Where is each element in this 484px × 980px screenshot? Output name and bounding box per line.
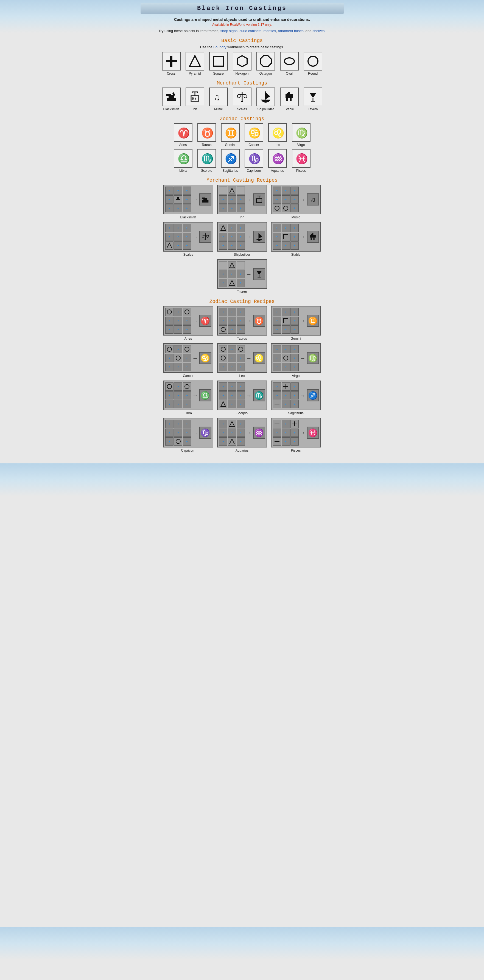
merchant-castings-title: Merchant Castings: [141, 80, 344, 86]
pyramid-icon: [185, 52, 204, 70]
svg-rect-54: [202, 197, 205, 199]
music-icon: ♫: [209, 88, 228, 106]
casting-tavern: Tavern: [302, 88, 324, 111]
blacksmith-icon: [162, 88, 181, 106]
recipe-pisces: 🔹 🔹 🔹 🔹 🔹 🔹 → ♓ Pisces: [271, 418, 321, 452]
basic-castings-title: Basic Castings: [141, 38, 344, 43]
aries-label: Aries: [179, 143, 187, 147]
svg-marker-35: [310, 93, 316, 98]
svg-rect-56: [256, 199, 262, 202]
svg-text:♋: ♋: [248, 127, 260, 139]
svg-point-81: [221, 327, 225, 332]
recipe-shipbuilder: 🔹 🔹 🔹 🔹 🔹 🔹 🔹 🔹 →: [217, 222, 267, 256]
recipe-music: 🔹 🔹 🔹 🔹 🔹 🔹 🔹 → ♫ Music: [271, 185, 321, 219]
recipe-sagittarius: 🔹 🔹 🔹 🔹 🔹 🔹 🔹 → ♐ Sagittarius: [271, 380, 321, 415]
casting-music: ♫ Music: [208, 88, 230, 111]
foundry-note: Use the Foundry workbench to create basi…: [141, 45, 344, 49]
casting-hexagon: Hexagon: [231, 52, 253, 75]
svg-rect-51: [177, 197, 179, 199]
mantles-link[interactable]: mantles: [264, 29, 276, 33]
try-note: Try using these objects in item frames, …: [141, 29, 344, 33]
casting-aquarius: ♒ Aquarius: [267, 149, 289, 173]
recipe-libra: 🔹 🔹 🔹 🔹 🔹 🔹 🔹 → ♎ Libra: [163, 380, 213, 415]
svg-text:♏: ♏: [201, 153, 213, 165]
tavern-icon: [303, 88, 322, 106]
svg-point-6: [284, 58, 294, 64]
svg-marker-55: [230, 188, 235, 193]
foundry-link[interactable]: Foundry: [213, 45, 227, 49]
casting-pyramid: Pyramid: [184, 52, 206, 75]
sagittarius-icon: ♐: [221, 149, 240, 168]
svg-marker-4: [237, 56, 247, 67]
octagon-label: Octagon: [259, 72, 272, 75]
recipe-sagittarius-label: Sagittarius: [288, 411, 303, 415]
page-title: Black Iron Castings: [141, 3, 344, 14]
blacksmith-label: Blacksmith: [163, 107, 179, 111]
page-container: Black Iron Castings Castings are shaped …: [135, 0, 349, 463]
libra-icon: ♎: [174, 149, 192, 168]
cross-label: Cross: [167, 72, 176, 75]
leo-icon: ♌: [268, 123, 287, 142]
basic-castings-row: Cross Pyramid Square Hexagon Octagon: [141, 52, 344, 75]
casting-virgo: ♍ Virgo: [290, 123, 312, 147]
merchant-castings-row: Blacksmith: [141, 88, 344, 111]
svg-point-84: [185, 347, 189, 352]
svg-text:♒: ♒: [272, 153, 284, 165]
svg-point-86: [221, 347, 225, 352]
round-icon: [303, 52, 322, 70]
aquarius-icon: ♒: [268, 149, 287, 168]
casting-scorpio: ♏ Scorpio: [196, 149, 218, 173]
casting-square: Square: [208, 52, 230, 75]
casting-taurus: ♉ Taurus: [196, 123, 218, 147]
svg-marker-65: [221, 226, 226, 231]
recipe-scorpio-label: Scorpio: [236, 411, 248, 415]
recipe-tavern: 🔹 🔹 🔹 🔹 🔹 →: [217, 259, 267, 294]
shop-signs-link[interactable]: shop signs: [220, 29, 238, 33]
casting-cross: Cross: [160, 52, 182, 75]
svg-point-91: [185, 384, 189, 389]
recipe-gemini-label: Gemini: [291, 337, 301, 340]
svg-text:♫: ♫: [214, 92, 220, 102]
recipe-scales: 🔹 🔹 🔹 🔹 🔹 🔹 🔹 🔹 →: [163, 222, 213, 256]
scales-label: Scales: [237, 107, 247, 111]
svg-rect-26: [241, 101, 243, 102]
casting-scales: Scales: [231, 88, 253, 111]
zodiac-recipes-title: Zodiac Casting Recipes: [141, 299, 344, 304]
casting-capricorn: ♑ Capricorn: [243, 149, 265, 173]
curio-cabinets-link[interactable]: curio cabinets: [240, 29, 261, 33]
svg-text:♍: ♍: [296, 127, 308, 139]
recipe-leo-label: Leo: [239, 374, 244, 378]
recipe-taurus: 🔹 🔹 🔹 🔹 🔹 🔹 🔹 🔹 → ♉ Taurus: [217, 306, 267, 340]
casting-octagon: Octagon: [255, 52, 277, 75]
svg-point-80: [185, 310, 189, 314]
intro-text: Castings are shaped metal objects used t…: [141, 17, 344, 22]
square-label: Square: [213, 72, 224, 75]
recipe-inn: 🔹 🔹 🔹 🔹 🔹 🔹 → Inn: [217, 185, 267, 219]
available-note: Available in RealWorld version 1.17 only…: [141, 23, 344, 27]
casting-gemini: ♊ Gemini: [219, 123, 241, 147]
cancer-label: Cancer: [248, 143, 259, 147]
svg-point-7: [308, 56, 318, 66]
ornament-bases-link[interactable]: ornament bases: [278, 29, 303, 33]
oval-label: Oval: [286, 72, 293, 75]
svg-point-90: [167, 384, 172, 389]
svg-point-97: [176, 439, 181, 444]
svg-text:♓: ♓: [296, 153, 308, 165]
svg-rect-68: [284, 235, 288, 239]
svg-marker-27: [265, 92, 270, 100]
recipe-leo: 🔹 🔹 🔹 🔹 🔹 🔹 → ♌ Leo: [217, 343, 267, 378]
casting-round: Round: [302, 52, 324, 75]
svg-point-83: [167, 347, 172, 352]
recipe-scorpio: 🔹 🔹 🔹 🔹 🔹 🔹 🔹 🔹 → ♏ Scorpio: [217, 380, 267, 415]
aries-icon: ♈: [174, 123, 192, 142]
recipe-inn-label: Inn: [240, 215, 244, 219]
recipe-stable: 🔹 🔹 🔹 🔹 🔹 🔹 🔹 🔹 →: [271, 222, 321, 256]
hexagon-icon: [233, 52, 251, 70]
shelves-link[interactable]: shelves: [312, 29, 324, 33]
stable-icon: [280, 88, 299, 106]
recipe-capricorn-label: Capricorn: [181, 449, 195, 452]
inn-label: Inn: [192, 107, 197, 111]
scorpio-icon: ♏: [197, 149, 216, 168]
casting-leo: ♌ Leo: [267, 123, 289, 147]
svg-point-87: [238, 347, 243, 352]
